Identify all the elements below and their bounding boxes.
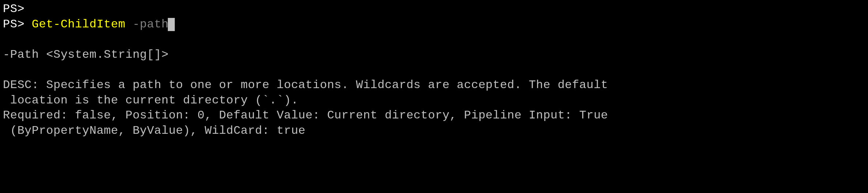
prompt-prefix: PS> xyxy=(3,18,32,31)
terminal-line-command[interactable]: PS> Get-ChildItem -path xyxy=(3,17,865,32)
blank-line xyxy=(3,62,865,77)
help-meta-text-1: Required: false, Position: 0, Default Va… xyxy=(3,109,608,122)
prompt-text: PS> xyxy=(3,2,24,16)
help-signature: -Path <System.String[]> xyxy=(3,48,169,61)
help-metadata-line2: (ByPropertyName, ByValue), WildCard: tru… xyxy=(3,123,865,139)
command-separator xyxy=(125,18,133,31)
help-description-line1: DESC: Specifies a path to one or more lo… xyxy=(3,77,865,93)
help-desc-text-2: location is the current directory (`.`). xyxy=(3,94,298,107)
cmdlet-name: Get-ChildItem xyxy=(32,18,125,31)
help-signature-line: -Path <System.String[]> xyxy=(3,47,865,63)
parameter-typed: -path xyxy=(133,18,169,31)
help-desc-text-1: DESC: Specifies a path to one or more lo… xyxy=(3,78,608,92)
help-description-line2: location is the current directory (`.`). xyxy=(3,93,865,108)
blank-line xyxy=(3,32,865,47)
cursor-icon xyxy=(168,18,175,31)
help-metadata-line1: Required: false, Position: 0, Default Va… xyxy=(3,108,865,123)
terminal-line-prompt-empty: PS> xyxy=(3,1,865,17)
help-meta-text-2: (ByPropertyName, ByValue), WildCard: tru… xyxy=(3,124,306,137)
